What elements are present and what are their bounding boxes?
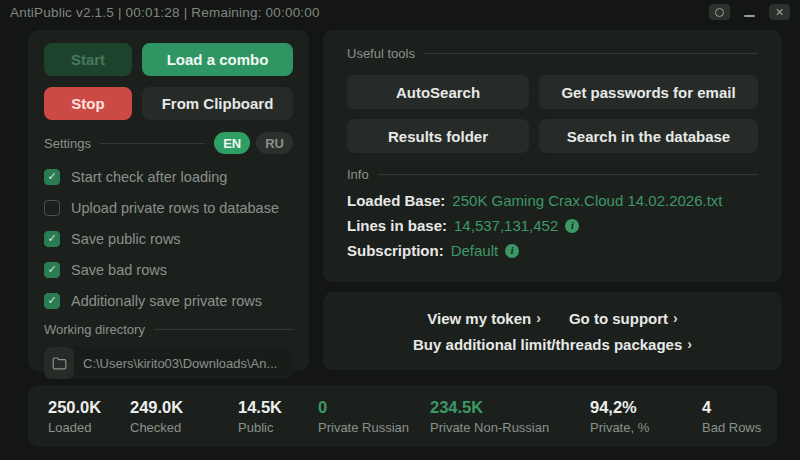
browse-folder-button[interactable]: [44, 347, 74, 379]
stat-value: 234.5K: [430, 398, 590, 417]
stat-value: 250.0K: [48, 398, 130, 417]
subscription-label: Subscription:: [347, 241, 444, 261]
lines-in-base-value: 14,537,131,452: [454, 216, 558, 236]
stat-label: Private Russian: [318, 420, 430, 435]
divider: [424, 53, 758, 54]
stat-bad-rows: 4 Bad Rows: [702, 398, 772, 435]
working-directory-input[interactable]: C:\Users\kirito03\Downloads\An...: [44, 347, 293, 379]
stat-label: Loaded: [48, 420, 130, 435]
checkbox-label: Additionally save private rows: [71, 293, 262, 309]
stat-private-russian: 0 Private Russian: [318, 398, 430, 435]
chevron-right-icon: ›: [536, 310, 541, 326]
link-label: Buy additional limit/threads packages: [413, 336, 682, 353]
info-icon[interactable]: i: [565, 219, 579, 233]
stop-button[interactable]: Stop: [44, 87, 132, 120]
tools-panel: Useful tools AutoSearch Get passwords fo…: [323, 30, 782, 282]
control-panel: Start Load a combo Stop From Clipboard S…: [28, 30, 309, 371]
language-ru-button[interactable]: RU: [256, 132, 293, 154]
info-icon[interactable]: i: [505, 244, 519, 258]
loaded-base-row: Loaded Base: 250K Gaming Crax.Cloud 14.0…: [347, 191, 758, 211]
settings-label: Settings: [44, 136, 91, 151]
settings-header: Settings EN RU: [44, 132, 293, 154]
stat-label: Checked: [130, 420, 238, 435]
checkbox-save-bad-rows[interactable]: Save bad rows: [44, 260, 293, 280]
stats-bar: 250.0K Loaded 249.0K Checked 14.5K Publi…: [28, 385, 777, 447]
checkbox-icon: [44, 262, 60, 278]
load-combo-button[interactable]: Load a combo: [142, 43, 293, 76]
info-label: Info: [347, 167, 369, 182]
stat-label: Public: [238, 420, 318, 435]
stat-public: 14.5K Public: [238, 398, 318, 435]
useful-tools-label: Useful tools: [347, 46, 415, 61]
stat-checked: 249.0K Checked: [130, 398, 238, 435]
divider: [378, 174, 758, 175]
loaded-base-value: 250K Gaming Crax.Cloud 14.02.2026.txt: [452, 191, 722, 211]
stat-value: 14.5K: [238, 398, 318, 417]
stat-label: Private Non-Russian: [430, 420, 590, 435]
circle-icon: [715, 8, 724, 17]
link-label: Go to support: [569, 310, 668, 327]
checkbox-upload-private-rows[interactable]: Upload private rows to database: [44, 198, 293, 218]
stat-loaded: 250.0K Loaded: [48, 398, 130, 435]
stat-label: Private, %: [590, 420, 702, 435]
working-directory-header: Working directory: [44, 322, 293, 337]
working-directory-path: C:\Users\kirito03\Downloads\An...: [74, 356, 286, 371]
start-button[interactable]: Start: [44, 43, 132, 76]
info-header: Info: [347, 167, 758, 182]
from-clipboard-button[interactable]: From Clipboard: [142, 87, 293, 120]
lines-in-base-row: Lines in base: 14,537,131,452 i: [347, 216, 758, 236]
stat-private-non-russian: 234.5K Private Non-Russian: [430, 398, 590, 435]
useful-tools-header: Useful tools: [347, 46, 758, 61]
checkbox-label: Save public rows: [71, 231, 181, 247]
link-label: View my token: [427, 310, 531, 327]
chevron-right-icon: ›: [673, 310, 678, 326]
language-switch: EN RU: [214, 132, 293, 154]
minimize-button[interactable]: [739, 4, 760, 20]
subscription-value: Default: [451, 241, 499, 261]
checkbox-additionally-save-private-rows[interactable]: Additionally save private rows: [44, 291, 293, 311]
close-button[interactable]: ✕: [769, 4, 790, 20]
folder-icon: [52, 357, 67, 370]
checkbox-label: Save bad rows: [71, 262, 167, 278]
close-icon: ✕: [775, 6, 784, 19]
stat-value: 4: [702, 398, 772, 417]
divider: [154, 329, 293, 330]
chevron-right-icon: ›: [687, 336, 692, 352]
search-database-button[interactable]: Search in the database: [539, 119, 758, 153]
minimize-icon: [744, 15, 755, 17]
stat-label: Bad Rows: [702, 420, 772, 435]
stat-private-percent: 94,2% Private, %: [590, 398, 702, 435]
checkbox-icon: [44, 231, 60, 247]
get-passwords-button[interactable]: Get passwords for email: [539, 75, 758, 109]
results-folder-button[interactable]: Results folder: [347, 119, 529, 153]
buy-packages-link[interactable]: Buy additional limit/threads packages ›: [413, 336, 692, 353]
go-to-support-link[interactable]: Go to support ›: [569, 310, 678, 327]
checkbox-start-check-after-loading[interactable]: Start check after loading: [44, 167, 293, 187]
autosearch-button[interactable]: AutoSearch: [347, 75, 529, 109]
settings-checkboxes: Start check after loading Upload private…: [44, 167, 293, 311]
tools-grid: AutoSearch Get passwords for email Resul…: [347, 75, 758, 153]
checkbox-icon: [44, 200, 60, 216]
links-panel: View my token › Go to support › Buy addi…: [323, 292, 782, 370]
window-circle-button[interactable]: [709, 4, 730, 20]
titlebar: AntiPublic v2.1.5 | 00:01:28 | Remaining…: [0, 0, 800, 24]
loaded-base-label: Loaded Base:: [347, 191, 445, 211]
working-directory-label: Working directory: [44, 322, 145, 337]
stat-value: 0: [318, 398, 430, 417]
checkbox-label: Upload private rows to database: [71, 200, 279, 216]
stat-value: 249.0K: [130, 398, 238, 417]
view-my-token-link[interactable]: View my token ›: [427, 310, 541, 327]
stat-value: 94,2%: [590, 398, 702, 417]
checkbox-save-public-rows[interactable]: Save public rows: [44, 229, 293, 249]
divider: [100, 143, 205, 144]
window-controls: ✕: [709, 4, 790, 20]
checkbox-icon: [44, 293, 60, 309]
lines-in-base-label: Lines in base:: [347, 216, 447, 236]
subscription-row: Subscription: Default i: [347, 241, 758, 261]
app-title: AntiPublic v2.1.5 | 00:01:28 | Remaining…: [10, 5, 320, 20]
checkbox-icon: [44, 169, 60, 185]
language-en-button[interactable]: EN: [214, 132, 250, 154]
checkbox-label: Start check after loading: [71, 169, 227, 185]
